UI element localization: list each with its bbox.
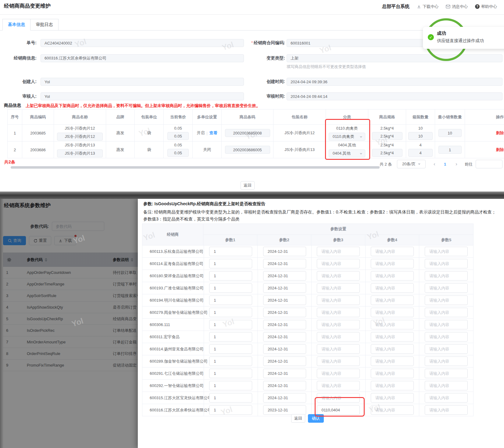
- param-input-p1[interactable]: [209, 332, 252, 342]
- divider: |: [206, 131, 207, 135]
- next-page-button[interactable]: ›: [456, 161, 457, 167]
- create-time-field: 2024-04-24 09:39:36: [287, 78, 502, 86]
- param-input-p5[interactable]: [425, 344, 468, 354]
- param-input-p4[interactable]: [371, 393, 414, 403]
- param-input-p2[interactable]: [263, 344, 306, 354]
- param-input-p3[interactable]: [317, 308, 360, 317]
- goto-page-input[interactable]: [476, 160, 502, 168]
- param-cell: [366, 404, 420, 416]
- param-input-p4[interactable]: [371, 344, 414, 354]
- param-input-p5[interactable]: [425, 405, 468, 415]
- param-input-p5[interactable]: [425, 320, 468, 329]
- param-input-p5[interactable]: [425, 271, 468, 281]
- param-input-p3[interactable]: [317, 369, 360, 378]
- param-input-p1[interactable]: [209, 344, 252, 354]
- param-input-p5[interactable]: [425, 308, 468, 317]
- param-input-p2[interactable]: [263, 332, 306, 342]
- prev-page-button[interactable]: ‹: [434, 161, 435, 167]
- param-input-p2[interactable]: [263, 308, 306, 317]
- tab-approval-log[interactable]: 审批日志: [30, 19, 59, 30]
- param-input-p4[interactable]: [371, 296, 414, 305]
- param-input-p3[interactable]: [317, 283, 360, 293]
- param-input-p1[interactable]: [209, 381, 252, 390]
- param-input-p3[interactable]: [317, 247, 360, 256]
- param-input-p2[interactable]: [263, 259, 306, 268]
- param-input-p4[interactable]: [371, 320, 414, 329]
- param-input-p4[interactable]: [371, 405, 414, 415]
- param-input-p4[interactable]: [371, 308, 414, 317]
- param-input-p4[interactable]: [371, 369, 414, 378]
- param-input-p4[interactable]: [371, 357, 414, 366]
- modal-confirm-button[interactable]: 确认: [308, 414, 324, 423]
- param-input-p1[interactable]: [209, 369, 252, 378]
- view-link[interactable]: 查看: [209, 130, 217, 136]
- param-input-p5[interactable]: [425, 259, 468, 268]
- back-button[interactable]: 返回: [241, 181, 255, 190]
- param-input-p2[interactable]: [263, 271, 306, 281]
- goods-row: 2 2003686 JS冷-川香肉片13 JS冷-川香肉片13 惠发 袋 0.0…: [8, 142, 504, 158]
- param-subheaders: 参数1参数2参数3参数4参数5: [203, 235, 473, 246]
- param-cell: [312, 331, 366, 343]
- param-input-p1[interactable]: [209, 283, 252, 293]
- param-input-p1[interactable]: [209, 308, 252, 317]
- param-input-p5[interactable]: [425, 357, 468, 366]
- param-input-p2[interactable]: [263, 369, 306, 378]
- help-center-link[interactable]: ? 帮助中心: [475, 4, 497, 9]
- param-input-p4[interactable]: [371, 283, 414, 293]
- param-input-p3[interactable]: [317, 405, 360, 415]
- param-input-p2[interactable]: [263, 283, 306, 293]
- param-input-p1[interactable]: [209, 393, 252, 403]
- param-input-p3[interactable]: [317, 320, 360, 329]
- param-input-p5[interactable]: [425, 381, 468, 390]
- param-input-p4[interactable]: [371, 271, 414, 281]
- param-input-p3[interactable]: [317, 296, 360, 305]
- goods-table: 序号商品编码商品名称品牌包装单位当前售价多单位设置商品条码包装名称分类商品规格箱…: [7, 109, 504, 158]
- param-input-p3[interactable]: [317, 381, 360, 390]
- param-cell: [366, 294, 420, 306]
- param-input-p1[interactable]: [209, 357, 252, 366]
- param-input-p2[interactable]: [263, 393, 306, 403]
- download-center-link[interactable]: 下载中心: [417, 4, 438, 9]
- param-input-p1[interactable]: [209, 296, 252, 305]
- delete-link[interactable]: 删除: [496, 147, 504, 152]
- param-input-p2[interactable]: [263, 381, 306, 390]
- page-size-select[interactable]: 20条/页: [397, 160, 426, 168]
- param-input-p3[interactable]: [317, 344, 360, 354]
- param-input-p1[interactable]: [209, 259, 252, 268]
- modal-back-button[interactable]: 返回: [291, 414, 305, 423]
- param-input-p1[interactable]: [209, 405, 252, 415]
- chevron-down-icon: [360, 136, 362, 138]
- param-input-p5[interactable]: [425, 283, 468, 293]
- price-input: 0.05: [167, 149, 189, 157]
- message-center-link[interactable]: 消息中心: [446, 4, 468, 9]
- param-input-p4[interactable]: [371, 247, 414, 256]
- param-cell: [204, 331, 258, 343]
- param-input-p3[interactable]: [317, 332, 360, 342]
- param-input-p2[interactable]: [263, 296, 306, 305]
- param-input-p1[interactable]: [209, 320, 252, 329]
- tab-basic-info[interactable]: 基本信息: [2, 19, 30, 30]
- param-input-p1[interactable]: [209, 271, 252, 281]
- param-input-p3[interactable]: [317, 259, 360, 268]
- param-input-p2[interactable]: [263, 357, 306, 366]
- horizontal-scrollbar[interactable]: [11, 166, 380, 169]
- param-input-p4[interactable]: [371, 381, 414, 390]
- param-input-p5[interactable]: [425, 332, 468, 342]
- param-input-p3[interactable]: [317, 271, 360, 281]
- dealer-name: 600289.伽金智仓储运输有限公司: [142, 355, 204, 367]
- param-input-p5[interactable]: [425, 369, 468, 378]
- param-input-p2[interactable]: [263, 320, 306, 329]
- param-input-p4[interactable]: [371, 332, 414, 342]
- current-page[interactable]: 1: [444, 162, 446, 167]
- param-input-p5[interactable]: [425, 296, 468, 305]
- param-input-p3[interactable]: [317, 393, 360, 403]
- cell-box-qty: 10 10: [406, 125, 435, 142]
- param-input-p5[interactable]: [425, 247, 468, 256]
- param-input-p4[interactable]: [371, 259, 414, 268]
- param-input-p2[interactable]: [263, 247, 306, 256]
- param-input-p1[interactable]: [209, 247, 252, 256]
- delete-link[interactable]: 删除: [496, 130, 504, 136]
- param-input-p2[interactable]: [263, 405, 306, 415]
- param-input-p5[interactable]: [425, 393, 468, 403]
- param-input-p3[interactable]: [317, 357, 360, 366]
